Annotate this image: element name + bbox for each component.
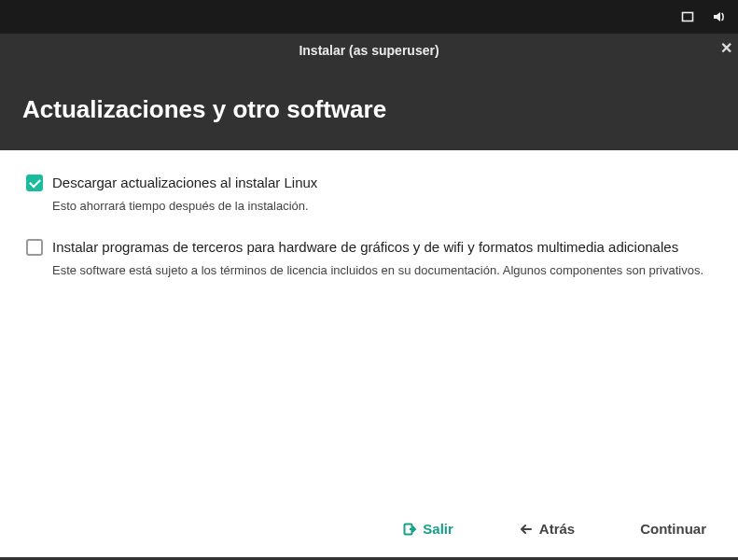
back-button[interactable]: Atrás [519, 521, 575, 537]
page-header: Actualizaciones y otro software [0, 67, 738, 150]
close-icon[interactable]: ✕ [720, 39, 732, 57]
option-description: Esto ahorrará tiempo después de la insta… [52, 198, 712, 215]
checkbox-download-updates[interactable] [26, 175, 43, 191]
volume-icon[interactable] [712, 9, 727, 24]
continue-label: Continuar [640, 521, 706, 537]
quit-label: Salir [423, 521, 453, 537]
option-label[interactable]: Descargar actualizaciones al instalar Li… [52, 173, 317, 192]
top-panel [0, 0, 738, 34]
svg-rect-0 [683, 13, 693, 21]
window-title: Instalar (as superuser) [299, 43, 439, 58]
option-description: Este software está sujeto a los términos… [52, 262, 712, 279]
exit-icon [402, 522, 417, 537]
button-bar: Salir Atrás Continuar [26, 511, 712, 540]
continue-button[interactable]: Continuar [640, 521, 706, 537]
content-area: Descargar actualizaciones al instalar Li… [0, 150, 738, 557]
option-label[interactable]: Instalar programas de terceros para hard… [52, 237, 678, 257]
option-download-updates: Descargar actualizaciones al instalar Li… [26, 173, 712, 215]
quit-button[interactable]: Salir [402, 521, 453, 537]
option-third-party: Instalar programas de terceros para hard… [26, 237, 712, 279]
arrow-left-icon [519, 522, 534, 537]
page-title: Actualizaciones y otro software [22, 95, 716, 124]
back-label: Atrás [539, 521, 575, 537]
checkbox-third-party[interactable] [26, 239, 43, 256]
window-restore-icon[interactable] [680, 9, 695, 24]
title-bar: Instalar (as superuser) ✕ [0, 34, 738, 67]
